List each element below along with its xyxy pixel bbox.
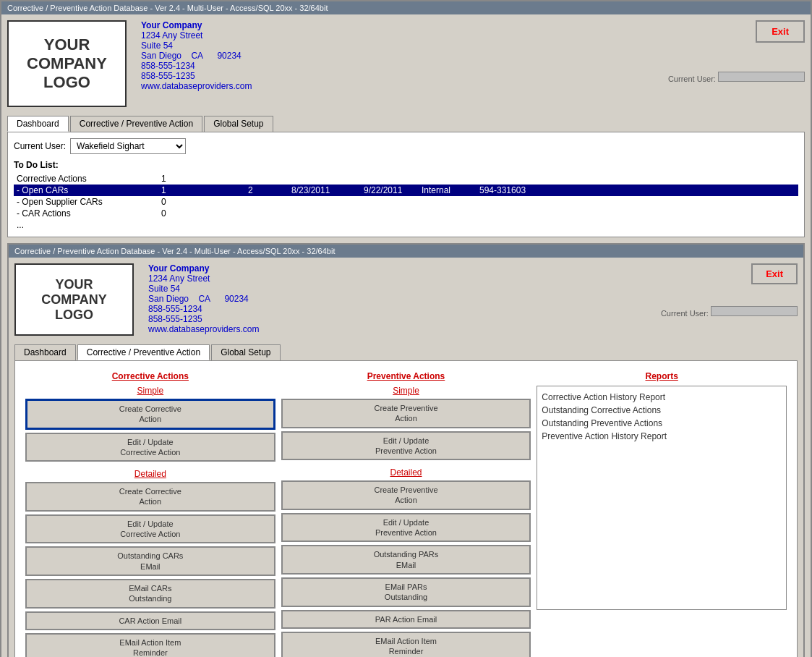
preventive-actions-column: Preventive Actions Simple Create Prevent…	[278, 368, 534, 657]
todo-table: Corrective Actions 1 - Open CARs 1 2 8/2…	[14, 173, 798, 231]
current-user-dropdown[interactable]: Wakefield Sighart	[70, 138, 186, 154]
second-tab-global-setup[interactable]: Global Setup	[211, 344, 280, 360]
company-street: 1234 Any Street	[141, 30, 668, 41]
outstanding-pars-email-button[interactable]: Outstanding PARsEMail	[281, 545, 531, 575]
edit-update-corrective-action-detailed-button[interactable]: Edit / UpdateCorrective Action	[25, 514, 275, 544]
corrective-actions-column: Corrective Actions Simple Create Correct…	[22, 368, 278, 657]
second-tab-corrective-preventive[interactable]: Corrective / Preventive Action	[77, 344, 210, 360]
par-action-email-button[interactable]: PAR Action Email	[281, 610, 531, 629]
second-exit-button[interactable]: Exit	[751, 263, 798, 284]
main-window: Corrective / Preventive Action Database …	[0, 0, 812, 657]
edit-update-corrective-action-button[interactable]: Edit / UpdateCorrective Action	[25, 433, 275, 462]
second-company-info: Your Company 1234 Any Street Suite 54 Sa…	[148, 263, 661, 334]
table-row: - CAR Actions 0	[14, 208, 798, 219]
company-website: www.databaseproviders.com	[141, 81, 668, 91]
tab-dashboard[interactable]: Dashboard	[7, 116, 69, 132]
exit-button[interactable]: Exit	[756, 20, 805, 43]
second-company-logo: YOURCOMPANYLOGO	[14, 263, 134, 336]
second-company-street: 1234 Any Street	[148, 274, 661, 284]
company-phone1: 858-555-1234	[141, 61, 668, 71]
second-company-suite: Suite 54	[148, 284, 661, 294]
reports-header[interactable]: Reports	[537, 371, 787, 381]
main-tabs: Dashboard Corrective / Preventive Action…	[1, 113, 811, 132]
email-action-item-reminder-car-button[interactable]: EMail Action ItemReminder	[25, 633, 275, 657]
email-pars-outstanding-button[interactable]: EMail PARsOutstanding	[281, 577, 531, 607]
second-phone1: 858-555-1234	[148, 304, 661, 314]
tab-corrective-preventive[interactable]: Corrective / Preventive Action	[70, 116, 202, 132]
second-company-city: San Diego CA 90234	[148, 294, 661, 304]
list-item[interactable]: Preventive Action History Report	[542, 430, 782, 443]
second-header-area: YOURCOMPANYLOGO Your Company 1234 Any St…	[9, 258, 803, 342]
company-phone2: 858-555-1235	[141, 71, 668, 81]
create-corrective-action-button[interactable]: Create CorrectiveAction	[25, 399, 275, 430]
list-item[interactable]: Outstanding Corrective Actions	[542, 404, 782, 417]
header-area: YOUR COMPANY LOGO Your Company 1234 Any …	[1, 14, 811, 113]
second-title-bar: Corrective / Preventive Action Database …	[9, 245, 803, 258]
company-city-state-zip: San Diego CA 90234	[141, 51, 668, 61]
reports-list[interactable]: Corrective Action History Report Outstan…	[537, 386, 787, 610]
car-action-email-button[interactable]: CAR Action Email	[25, 611, 275, 630]
detailed-header-2: Detailed	[281, 467, 531, 478]
corrective-actions-header[interactable]: Corrective Actions	[25, 371, 275, 381]
email-action-item-reminder-par-button[interactable]: EMail Action ItemReminder	[281, 632, 531, 657]
cpa-grid: Corrective Actions Simple Create Correct…	[22, 368, 790, 657]
preventive-actions-header[interactable]: Preventive Actions	[281, 371, 531, 381]
company-logo: YOUR COMPANY LOGO	[7, 20, 127, 107]
simple-header-2: Simple	[281, 386, 531, 396]
create-corrective-action-detailed-button[interactable]: Create CorrectiveAction	[25, 482, 275, 512]
edit-update-preventive-action-detailed-button[interactable]: Edit / UpdatePreventive Action	[281, 513, 531, 543]
create-preventive-action-detailed-button[interactable]: Create PreventiveAction	[281, 480, 531, 510]
create-preventive-action-button[interactable]: Create PreventiveAction	[281, 399, 531, 428]
todo-label: To Do List:	[14, 160, 798, 170]
second-phone2: 858-555-1235	[148, 314, 661, 324]
reports-column: Reports Corrective Action History Report…	[534, 368, 790, 657]
company-name: Your Company	[141, 20, 668, 30]
second-current-user-area: Current User:	[661, 306, 798, 318]
table-row: ...	[14, 219, 798, 231]
current-user-area: Current User:	[668, 72, 805, 83]
second-current-user-box	[711, 306, 798, 316]
dashboard-content: Current User: Wakefield Sighart To Do Li…	[7, 132, 805, 237]
table-row: - Open Supplier CARs 0	[14, 196, 798, 208]
dashboard-current-user-row: Current User: Wakefield Sighart	[14, 138, 798, 154]
second-tab-dashboard[interactable]: Dashboard	[14, 344, 76, 360]
title-bar-text: Corrective / Preventive Action Database …	[7, 4, 328, 12]
second-website: www.databaseproviders.com	[148, 324, 661, 334]
company-info: Your Company 1234 Any Street Suite 54 Sa…	[141, 20, 668, 91]
table-row: Corrective Actions 1	[14, 173, 798, 185]
edit-update-preventive-action-button[interactable]: Edit / UpdatePreventive Action	[281, 431, 531, 461]
current-user-box	[718, 72, 805, 82]
tab-global-setup[interactable]: Global Setup	[204, 116, 273, 132]
cpa-content: Corrective Actions Simple Create Correct…	[14, 360, 798, 657]
list-item[interactable]: Corrective Action History Report	[542, 391, 782, 404]
detailed-header-1: Detailed	[25, 469, 275, 479]
second-tabs: Dashboard Corrective / Preventive Action…	[9, 342, 803, 360]
second-window: Corrective / Preventive Action Database …	[7, 243, 805, 657]
company-suite: Suite 54	[141, 41, 668, 51]
second-company-name: Your Company	[148, 263, 661, 274]
title-bar: Corrective / Preventive Action Database …	[1, 1, 811, 14]
email-cars-outstanding-button[interactable]: EMail CARsOutstanding	[25, 579, 275, 609]
list-item[interactable]: Outstanding Preventive Actions	[542, 417, 782, 430]
outstanding-cars-email-button[interactable]: Outstanding CARsEMail	[25, 546, 275, 576]
table-row-selected[interactable]: - Open CARs 1 2 8/23/2011 9/22/2011 Inte…	[14, 185, 798, 196]
simple-header-1: Simple	[25, 386, 275, 396]
dashboard-current-user-label: Current User:	[14, 141, 66, 151]
